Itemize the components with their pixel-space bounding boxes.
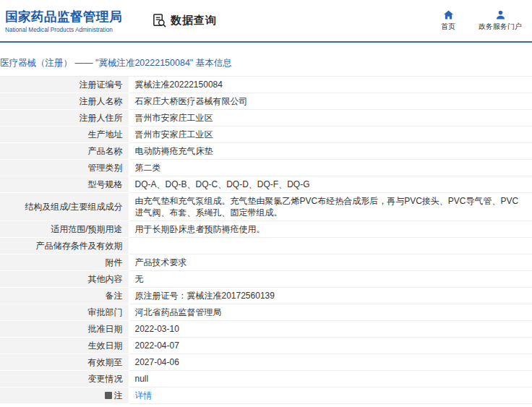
table-row: 审批部门 河北省药品监督管理局	[0, 304, 532, 321]
table-row: 产品储存条件及有效期	[0, 238, 532, 254]
table-row: 注册证编号 冀械注准20222150084	[0, 77, 532, 93]
data-query-icon	[153, 14, 166, 27]
table-row: 管理类别 第二类	[0, 160, 532, 176]
row-value: 晋州市安家庄工业区	[129, 110, 532, 127]
data-query-title: 数据查询	[153, 14, 217, 27]
row-label: 生效日期	[0, 338, 129, 354]
row-label: 适用范围/预期用途	[0, 221, 129, 238]
row-value: null	[129, 371, 532, 387]
row-label: 产品储存条件及有效期	[0, 238, 129, 254]
row-label: 生产地址	[0, 127, 129, 143]
table-row: 注册人住所 晋州市安家庄工业区	[0, 110, 532, 127]
row-value: 由充气垫和充气泵组成。充气垫由聚氯乙烯PVC布经热合成形后，再与PVC接头、PV…	[129, 193, 532, 221]
row-label: 注册人名称	[0, 93, 129, 110]
table-row: 产品名称 电动防褥疮充气床垫	[0, 143, 532, 160]
breadcrumb: 医疗器械（注册） —— "冀械注准20222150084" 基本信息	[0, 43, 532, 77]
site-brand: 国家药品监督管理局 National Medical Products Admi…	[5, 8, 135, 33]
row-value: 第二类	[129, 160, 532, 176]
table-row: 注册人名称 石家庄大桥医疗器械有限公司	[0, 93, 532, 110]
row-value: DQ-A、DQ-B、DQ-C、DQ-D、DQ-F、DQ-G	[129, 176, 532, 193]
row-label: 结构及组成/主要组成成分	[0, 193, 129, 221]
table-row: 生产地址 晋州市安家庄工业区	[0, 127, 532, 143]
row-label: 注	[0, 387, 129, 404]
table-row: 适用范围/预期用途 用于长期卧床患者预防褥疮使用。	[0, 221, 532, 238]
table-row: 变更情况 null	[0, 371, 532, 387]
nav-portal[interactable]: 政务服务门户	[479, 10, 522, 32]
note-icon	[105, 392, 112, 399]
user-icon	[496, 10, 505, 20]
row-value: 冀械注准20222150084	[129, 77, 532, 93]
row-value: 用于长期卧床患者预防褥疮使用。	[129, 221, 532, 238]
table-row: 生效日期 2022-04-07	[0, 338, 532, 354]
row-label: 管理类别	[0, 160, 129, 176]
nav-portal-label: 政务服务门户	[479, 22, 522, 32]
table-row: 有效期至 2027-04-06	[0, 354, 532, 371]
home-icon	[444, 10, 453, 20]
table-row: 注 详情	[0, 387, 532, 404]
table-row: 附件 产品技术要求	[0, 254, 532, 271]
row-label: 变更情况	[0, 371, 129, 387]
row-label: 其他内容	[0, 271, 129, 288]
row-value: 晋州市安家庄工业区	[129, 127, 532, 143]
change-detail-link[interactable]: 详情	[135, 390, 153, 400]
table-row: 批准日期 2022-03-10	[0, 321, 532, 338]
row-value: 电动防褥疮充气床垫	[129, 143, 532, 160]
row-value: 2022-04-07	[129, 338, 532, 354]
row-value: 详情	[129, 387, 532, 404]
row-label: 批准日期	[0, 321, 129, 338]
header-nav: 首页 政务服务门户	[441, 10, 532, 32]
table-row: 备注 原注册证号：冀械注准20172560139	[0, 288, 532, 304]
row-value	[129, 238, 532, 254]
table-row: 型号规格 DQ-A、DQ-B、DQ-C、DQ-D、DQ-F、DQ-G	[0, 176, 532, 193]
org-name-en: National Medical Products Administration	[5, 27, 135, 33]
table-row: 其他内容 无	[0, 271, 532, 288]
row-label: 有效期至	[0, 354, 129, 371]
row-value: 2027-04-06	[129, 354, 532, 371]
row-value: 原注册证号：冀械注准20172560139	[129, 288, 532, 304]
breadcrumb-text: 医疗器械（注册） —— "冀械注准20222150084" 基本信息	[0, 58, 232, 68]
row-label: 注册人住所	[0, 110, 129, 127]
row-label: 审批部门	[0, 304, 129, 321]
row-label: 注册证编号	[0, 77, 129, 93]
row-value: 2022-03-10	[129, 321, 532, 338]
row-value: 产品技术要求	[129, 254, 532, 271]
nav-home-label: 首页	[441, 22, 455, 32]
org-name-cn: 国家药品监督管理局	[5, 8, 135, 25]
nav-home[interactable]: 首页	[441, 10, 455, 32]
row-value: 河北省药品监督管理局	[129, 304, 532, 321]
info-table: 注册证编号 冀械注准20222150084 注册人名称 石家庄大桥医疗器械有限公…	[0, 77, 532, 404]
site-header: 国家药品监督管理局 National Medical Products Admi…	[0, 0, 532, 43]
row-value: 无	[129, 271, 532, 288]
row-label: 附件	[0, 254, 129, 271]
row-value: 石家庄大桥医疗器械有限公司	[129, 93, 532, 110]
data-query-label: 数据查询	[171, 14, 217, 27]
row-label: 备注	[0, 288, 129, 304]
table-row: 结构及组成/主要组成成分 由充气垫和充气泵组成。充气垫由聚氯乙烯PVC布经热合成…	[0, 193, 532, 221]
row-label: 产品名称	[0, 143, 129, 160]
row-label: 型号规格	[0, 176, 129, 193]
